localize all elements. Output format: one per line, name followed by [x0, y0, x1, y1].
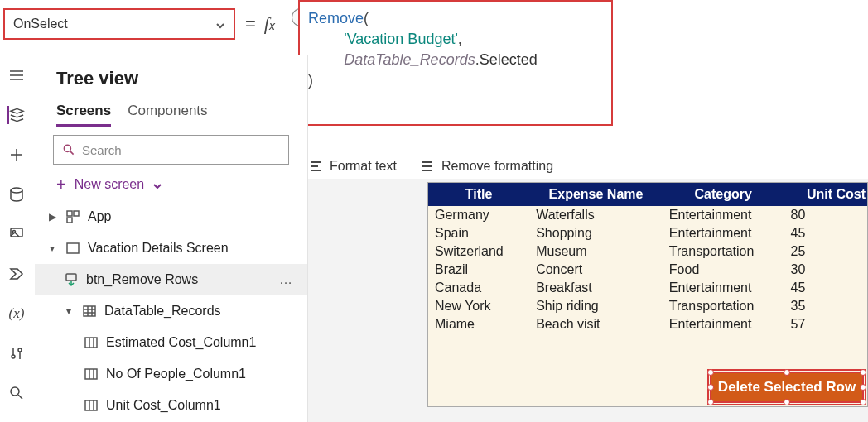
variables-icon[interactable]: (x) [7, 305, 26, 323]
resize-handle[interactable] [860, 369, 866, 376]
delete-button-label: Delete Selected Row [718, 379, 856, 396]
table-cell: Food [663, 261, 784, 279]
screen-vacation-details[interactable]: TitleExpense NameCategoryUnit Cost Germa… [427, 182, 868, 407]
table-cell: 25 [784, 242, 867, 261]
svg-rect-14 [67, 211, 72, 216]
chevron-down-icon [215, 19, 225, 29]
button-icon [63, 271, 80, 288]
column-icon [83, 334, 99, 351]
resize-handle[interactable] [707, 399, 714, 405]
property-selector[interactable]: OnSelect [3, 8, 235, 40]
resize-handle[interactable] [784, 369, 790, 376]
resize-handle[interactable] [784, 399, 790, 405]
tree-item-label: Unit Cost_Column1 [106, 398, 221, 413]
tree-item-label: App [88, 209, 111, 224]
table-cell: Concert [529, 261, 663, 279]
tree-tabs: Screens Components [35, 94, 307, 127]
power-automate-icon[interactable] [7, 265, 26, 283]
search-input[interactable]: Search [53, 135, 289, 165]
plus-icon: + [56, 176, 66, 193]
table-cell: 45 [784, 224, 867, 242]
table-row[interactable]: GermanyWaterfallsEntertainment80 [428, 206, 867, 224]
left-rail: (x) [0, 55, 33, 422]
fx-icon: fx [264, 13, 275, 35]
advanced-tools-icon[interactable] [7, 344, 26, 362]
new-screen-button[interactable]: + New screen [35, 170, 307, 199]
table-row[interactable]: SpainShoppingEntertainment45 [428, 224, 867, 242]
formula-token-function: Remove [308, 10, 364, 26]
new-screen-label: New screen [75, 177, 144, 192]
svg-point-12 [64, 145, 70, 151]
canvas[interactable]: TitleExpense NameCategoryUnit Cost Germa… [308, 179, 868, 422]
remove-formatting-button[interactable]: Remove formatting [420, 159, 553, 174]
table-header[interactable]: Category [663, 183, 784, 206]
tree-item-col-estimated[interactable]: Estimated Cost_Column1 [35, 327, 307, 358]
data-icon[interactable] [7, 185, 26, 204]
table-cell: 45 [784, 279, 867, 297]
formula-bar[interactable]: Remove( 'Vacation Budget', DataTable_Rec… [298, 0, 613, 126]
insert-icon[interactable] [7, 146, 26, 164]
formula-token-identifier: DataTable_Records [344, 51, 475, 68]
table-row[interactable]: MiameBeach visitEntertainment57 [428, 315, 867, 333]
tab-components[interactable]: Components [128, 103, 207, 127]
svg-point-10 [11, 387, 19, 396]
table-row[interactable]: SwitzerlandMuseumTransportation25 [428, 242, 867, 261]
tree-list: ▶ App ▾ Vacation Details Screen btn_Remo… [35, 199, 307, 422]
format-text-button[interactable]: Format text [308, 159, 397, 174]
tree-item-col-people[interactable]: No Of People_Column1 [35, 358, 307, 390]
table-cell: New York [428, 297, 529, 315]
format-text-label: Format text [330, 159, 397, 174]
resize-handle[interactable] [860, 399, 866, 405]
delete-selected-row-button[interactable]: Delete Selected Row [710, 372, 864, 403]
remove-formatting-icon [420, 159, 435, 174]
tree-item-label: btn_Remove Rows [86, 272, 198, 287]
svg-rect-15 [74, 211, 79, 216]
table-cell: 30 [784, 261, 867, 279]
table-row[interactable]: CanadaBreakfastEntertainment45 [428, 279, 867, 297]
chevron-down-icon: ▾ [63, 305, 75, 317]
resize-handle[interactable] [860, 384, 866, 391]
table-header[interactable]: Unit Cost [784, 183, 867, 206]
remove-formatting-label: Remove formatting [441, 159, 553, 174]
table-icon [81, 303, 98, 319]
table-cell: Germany [428, 206, 529, 224]
search-rail-icon[interactable] [7, 384, 26, 402]
chevron-down-icon: ▾ [46, 242, 58, 254]
table-header[interactable]: Title [428, 183, 529, 206]
resize-handle[interactable] [707, 369, 714, 376]
tree-item-col-unitcost[interactable]: Unit Cost_Column1 [35, 390, 307, 421]
formula-prefix: = fx [245, 8, 275, 40]
tree-title: Tree view [35, 55, 307, 94]
resize-handle[interactable] [707, 384, 714, 391]
table-cell: Transportation [663, 242, 784, 261]
svg-line-13 [70, 151, 74, 155]
tree-item-label: No Of People_Column1 [106, 367, 246, 381]
table-cell: Waterfalls [529, 206, 663, 224]
table-cell: Entertainment [663, 279, 784, 297]
media-icon[interactable] [7, 225, 26, 243]
table-cell: Beach visit [529, 315, 663, 333]
table-row[interactable]: New YorkShip ridingTransportation35 [428, 297, 867, 315]
svg-rect-27 [85, 369, 97, 379]
tree-item-label: DataTable_Records [104, 304, 221, 319]
table-cell: Entertainment [663, 206, 784, 224]
table-row[interactable]: BrazilConcertFood30 [428, 261, 867, 279]
table-cell: Switzerland [428, 242, 529, 261]
app-icon [65, 209, 81, 225]
tree-item-datatable[interactable]: ▾ DataTable_Records [35, 295, 307, 327]
column-icon [83, 366, 99, 382]
tree-view-icon[interactable] [7, 106, 25, 124]
canvas-format-bar: Format text Remove formatting [308, 154, 868, 179]
table-header[interactable]: Expense Name [529, 183, 663, 206]
datatable-records[interactable]: TitleExpense NameCategoryUnit Cost Germa… [428, 183, 867, 333]
table-cell: Entertainment [663, 315, 784, 333]
table-cell: Brazil [428, 261, 529, 279]
svg-point-5 [11, 188, 22, 193]
tree-item-btn-remove[interactable]: btn_Remove Rows … [35, 264, 307, 295]
tab-screens[interactable]: Screens [56, 103, 111, 127]
tree-item-app[interactable]: ▶ App [35, 201, 307, 233]
hamburger-icon[interactable] [7, 66, 26, 84]
tree-item-screen[interactable]: ▾ Vacation Details Screen [35, 233, 307, 264]
more-icon[interactable]: … [279, 272, 294, 287]
tree-view-panel: Tree view Screens Components Search + Ne… [35, 55, 308, 422]
